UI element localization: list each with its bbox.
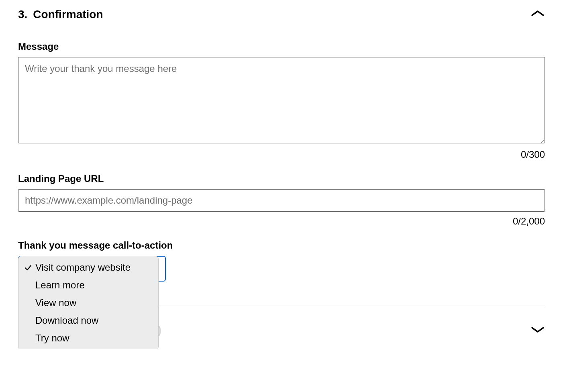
landing-page-counter: 0/2,000 xyxy=(18,216,545,227)
cta-option-learn-more[interactable]: Learn more xyxy=(18,276,158,294)
chevron-up-icon[interactable] xyxy=(530,10,545,19)
section-title: 3. Confirmation xyxy=(18,8,103,21)
message-textarea[interactable] xyxy=(18,57,545,143)
chevron-down-icon[interactable] xyxy=(530,325,545,335)
cta-option-label: View now xyxy=(35,297,76,308)
check-icon xyxy=(24,264,32,271)
cta-dropdown[interactable]: Visit company website Learn more View no… xyxy=(18,256,159,349)
cta-option-label: Try now xyxy=(35,333,69,344)
cta-option-visit-company-website[interactable]: Visit company website xyxy=(18,259,158,276)
section-title-text: Confirmation xyxy=(33,8,103,21)
landing-page-group: Landing Page URL 0/2,000 xyxy=(18,173,545,227)
section-header: 3. Confirmation xyxy=(18,8,545,21)
message-group: Message 0/300 xyxy=(18,41,545,160)
message-label: Message xyxy=(18,41,545,52)
section-number: 3. xyxy=(18,8,27,21)
cta-option-label: Download now xyxy=(35,315,98,326)
cta-option-label: Visit company website xyxy=(35,262,131,273)
landing-page-label: Landing Page URL xyxy=(18,173,545,184)
message-counter: 0/300 xyxy=(18,149,545,160)
landing-page-input[interactable] xyxy=(18,189,545,212)
cta-label: Thank you message call-to-action xyxy=(18,240,545,251)
cta-option-try-now[interactable]: Try now xyxy=(18,329,158,347)
cta-option-view-now[interactable]: View now xyxy=(18,294,158,312)
cta-option-download-now[interactable]: Download now xyxy=(18,312,158,329)
cta-option-label: Learn more xyxy=(35,280,85,291)
